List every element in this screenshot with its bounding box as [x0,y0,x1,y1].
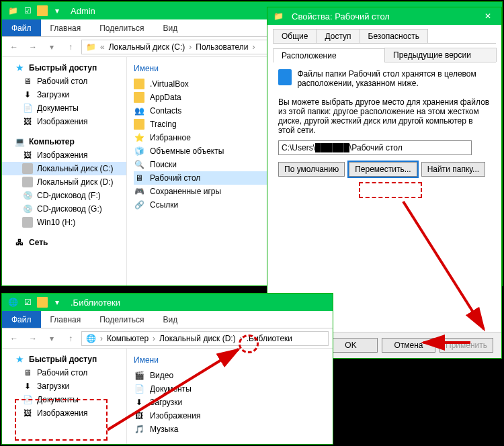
qat-dropdown-icon[interactable]: ▾ [52,297,62,308]
crumb-sep: › [189,42,192,52]
nav-desktop[interactable]: 🖥Рабочий стол [2,366,126,380]
nav-documents[interactable]: 📄Документы [2,393,126,406]
item-documents[interactable]: 📄Документы [134,382,326,396]
item-label: Поиски [150,160,177,169]
path-box[interactable]: 🌐 › Компьютер › Локальный диск (D:) › .Б… [81,331,329,346]
crumb-icon[interactable]: 🌐 [83,334,99,343]
nav-quick-access[interactable]: ★Быстрый доступ [2,61,126,75]
star-icon: ★ [14,354,25,365]
qat-folder-icon[interactable] [37,297,48,308]
titlebar[interactable]: 🌐 ☑ ▾ .Библиотеки [2,294,333,311]
props-tabs-row1: Общие Доступ Безопасность [273,29,496,44]
disk-icon [22,163,33,174]
item-label: .VirtualBox [150,79,189,89]
item-label: Загрузки [150,398,182,407]
path-input[interactable] [278,140,472,155]
app-icon: 🌐 [7,297,18,308]
qat-dropdown-icon[interactable]: ▾ [52,5,62,16]
nav-documents[interactable]: 📄Документы [2,101,126,115]
find-button[interactable]: Найти папку... [421,162,485,177]
video-icon: 🎬 [134,370,144,381]
item-label: Музыка [150,425,178,434]
item-label: Contacts [150,106,181,116]
nav-quick-access[interactable]: ★Быстрый доступ [2,353,126,366]
back-button[interactable]: ← [6,330,22,347]
item-label: Изображения [150,411,200,420]
item-video[interactable]: 🎬Видео [134,369,326,382]
nav-label: Рабочий стол [37,368,87,377]
qat-check-icon[interactable]: ☑ [22,297,33,308]
app-icon: 📁 [7,5,18,16]
apply-button[interactable]: Применить [439,338,493,353]
default-button[interactable]: По умолчанию [278,162,345,177]
nav-cd-g[interactable]: 💿CD-дисковод (G:) [2,202,126,216]
document-icon: 📄 [22,103,33,114]
item-label: Сохраненные игры [150,187,221,196]
crumb-1[interactable]: Локальный диск (C:) [106,42,188,52]
tab-home[interactable]: Главная [41,19,91,36]
tab-view[interactable]: Вид [153,19,187,36]
nav-pictures[interactable]: 🖼Изображения [2,115,126,128]
up-button[interactable]: ↑ [62,330,79,347]
tab-file[interactable]: Файл [2,19,41,36]
cancel-button[interactable]: Отмена [382,338,435,353]
item-label: Ссылки [150,200,178,210]
tab-security[interactable]: Безопасность [360,29,429,43]
tab-share[interactable]: Поделиться [90,19,153,36]
item-label: Объемные объекты [150,146,224,156]
desktop-icon: 🖥 [134,173,144,183]
item-pictures[interactable]: 🖼Изображения [134,409,326,422]
nav-disk-c[interactable]: Локальный диск (C:) [2,162,126,175]
nav-downloads[interactable]: ⬇Загрузки [2,380,126,393]
crumb-icon[interactable]: 📁 [83,42,99,52]
move-button[interactable]: Переместить... [349,162,417,177]
item-music[interactable]: 🎵Музыка [134,422,326,436]
tab-home[interactable]: Главная [41,311,91,328]
nav-pictures2[interactable]: 🖼Изображения [2,148,126,162]
props-titlebar[interactable]: 📁 Свойства: Рабочий стол ✕ [267,7,501,25]
forward-button[interactable]: → [25,330,41,347]
download-icon: ⬇ [22,381,33,392]
close-button[interactable]: ✕ [474,7,501,25]
nav-downloads[interactable]: ⬇Загрузки [2,88,126,101]
nav-disk-d[interactable]: Локальный диск (D:) [2,175,126,189]
cd-icon: 💿 [22,204,33,214]
disk-icon [22,217,33,228]
tab-previous[interactable]: Предыдущие версии [384,48,497,62]
recent-dropdown[interactable]: ▾ [44,330,60,347]
qat-check-icon[interactable]: ☑ [22,5,33,16]
qat-folder-icon[interactable] [37,5,48,16]
nav-pictures[interactable]: 🖼Изображения [2,406,126,420]
props-tabs-row2: Расположение Предыдущие версии [273,48,496,62]
tab-share[interactable]: Поделиться [90,311,153,328]
tab-content: Файлы папки Рабочий стол хранятся в целе… [267,62,501,183]
tab-file[interactable]: Файл [2,311,41,328]
nav-network[interactable]: 🖧Сеть [2,236,126,249]
nav-cd-f[interactable]: 💿CD-дисковод (F:) [2,189,126,202]
back-button[interactable]: ← [6,39,22,55]
nav-win10-h[interactable]: Win10 (H:) [2,216,126,229]
tab-general[interactable]: Общие [273,29,317,43]
crumb-3[interactable]: .Библиотеки [244,334,295,343]
picture-icon: 🖼 [22,150,33,161]
download-icon: ⬇ [22,89,33,100]
item-label: Рабочий стол [150,173,200,183]
nav-label: Компьютер [29,137,75,146]
up-button[interactable]: ↑ [62,39,79,55]
column-header[interactable]: Имени [134,353,326,369]
crumb-1[interactable]: Компьютер [104,334,151,343]
crumb-2[interactable]: Пользователи [193,42,251,52]
crumb-2[interactable]: Локальный диск (D:) [157,334,239,343]
nav-computer[interactable]: 💻Компьютер [2,135,126,148]
item-downloads[interactable]: ⬇Загрузки [134,396,326,409]
document-icon: 📄 [134,384,144,394]
tab-sharing[interactable]: Доступ [316,29,360,43]
tab-view[interactable]: Вид [153,311,187,328]
item-label: Видео [150,371,173,380]
forward-button[interactable]: → [25,39,41,55]
nav-desktop[interactable]: 🖥Рабочий стол [2,75,126,88]
ribbon-tabs: Файл Главная Поделиться Вид [2,311,333,328]
recent-dropdown[interactable]: ▾ [44,39,60,55]
tab-location[interactable]: Расположение [273,48,385,62]
desc-text-1: Файлы папки Рабочий стол хранятся в целе… [297,69,491,88]
